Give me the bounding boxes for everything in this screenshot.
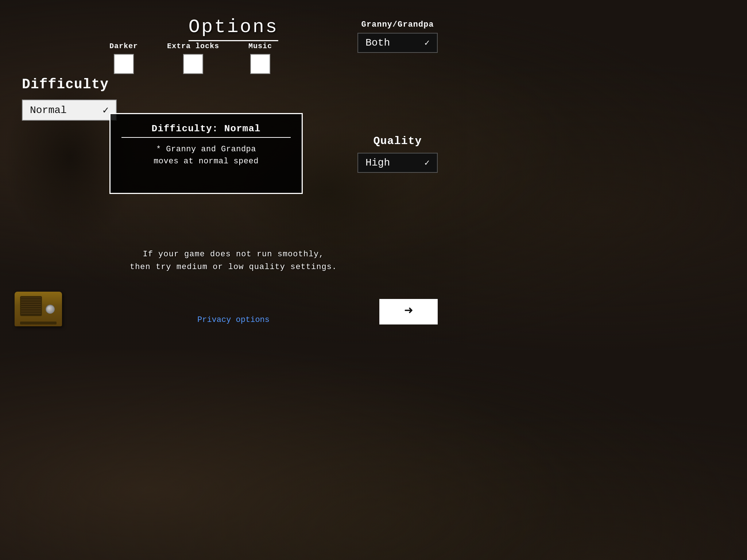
page-title: Options [189,16,278,41]
darker-label: Darker [109,42,138,50]
next-button[interactable]: ➜ [379,299,438,324]
checkboxes-row: Darker Extra locks Music [109,42,272,74]
radio-base [20,322,57,324]
difficulty-checkmark: ✓ [102,104,109,116]
difficulty-dropdown[interactable]: Normal ✓ [22,100,117,121]
music-label: Music [248,42,272,50]
perf-tip-line2: then try medium or low quality settings. [130,262,337,272]
darker-option: Darker [109,42,138,74]
extra-locks-checkbox[interactable] [183,54,203,74]
extra-locks-option: Extra locks [167,42,219,74]
granny-grandpa-dropdown[interactable]: Both ✓ [357,33,438,53]
difficulty-title: Difficulty [22,77,117,92]
quality-dropdown[interactable]: High ✓ [357,153,438,173]
difficulty-info-line1: * Granny and Grandpa [156,145,256,154]
difficulty-info-text: * Granny and Grandpa moves at normal spe… [121,143,291,167]
difficulty-value: Normal [30,105,67,116]
performance-tip: If your game does not run smoothly, then… [130,248,337,273]
radio-body [15,292,62,326]
privacy-options-link[interactable]: Privacy options [197,315,270,324]
granny-grandpa-label: Granny/Grandpa [357,20,438,29]
granny-grandpa-checkmark: ✓ [425,38,430,48]
page-title-container: Options [189,16,278,41]
radio-speaker [20,296,42,316]
difficulty-section: Difficulty Normal ✓ [22,77,117,121]
darker-checkbox[interactable] [114,54,134,74]
quality-checkmark: ✓ [425,158,430,168]
arrow-right-icon: ➜ [404,304,413,319]
quality-section: Quality High ✓ [357,135,438,173]
granny-grandpa-section: Granny/Grandpa Both ✓ [357,20,438,53]
extra-locks-label: Extra locks [167,42,219,50]
quality-label: Quality [357,135,438,147]
music-checkbox[interactable] [250,54,270,74]
radio-dial [46,304,55,314]
granny-grandpa-value: Both [365,37,390,48]
options-screen: Options Granny/Grandpa Both ✓ Darker Ext… [0,0,467,350]
perf-tip-line1: If your game does not run smoothly, [143,250,324,259]
radio-icon [15,292,62,328]
quality-value: High [365,157,390,168]
music-option: Music [248,42,272,74]
difficulty-info-line2: moves at normal speed [154,157,259,166]
difficulty-info-box: Difficulty: Normal * Granny and Grandpa … [109,113,303,194]
difficulty-info-title: Difficulty: Normal [121,123,291,138]
